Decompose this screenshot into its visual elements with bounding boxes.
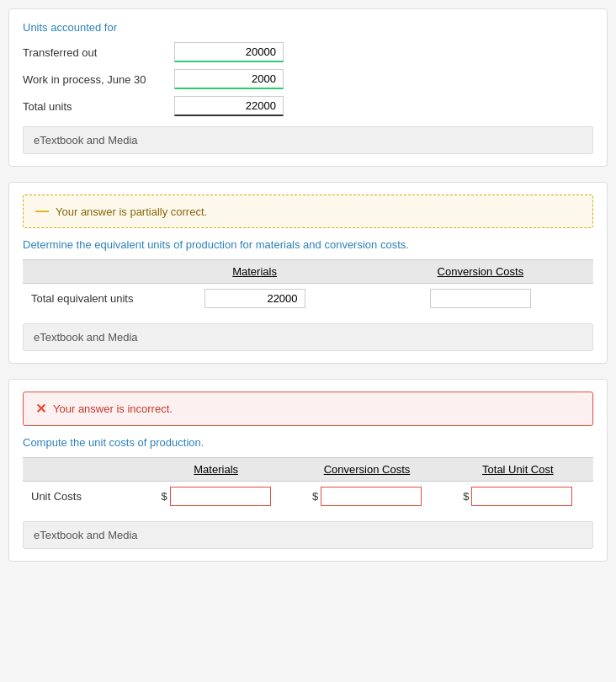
determine-text: Determine the equivalent units of produc…	[23, 238, 593, 251]
dollar-sign-conversion: $	[312, 490, 318, 503]
label-total-units: Total units	[23, 100, 174, 113]
dollar-sign-materials: $	[162, 490, 167, 503]
label-transferred-out: Transferred out	[23, 46, 174, 59]
input-materials-cost[interactable]	[170, 487, 271, 506]
th-empty-costs	[23, 458, 141, 482]
th-total-unit-cost: Total Unit Cost	[443, 458, 593, 482]
section-units-accounted: Units accounted for Transferred out Work…	[8, 8, 608, 167]
dollar-sign-total: $	[463, 490, 469, 503]
td-unit-costs-label: Unit Costs	[23, 482, 141, 512]
alert-partial: — Your answer is partially correct.	[23, 194, 593, 228]
td-equivalent-label: Total equivalent units	[23, 284, 141, 314]
alert-partial-text: Your answer is partially correct.	[56, 205, 207, 218]
etextbook-bar-1: eTextbook and Media	[23, 126, 593, 154]
input-total-units[interactable]	[174, 96, 284, 116]
unit-costs-table: Materials Conversion Costs Total Unit Co…	[23, 457, 593, 511]
th-materials: Materials	[141, 260, 367, 284]
alert-incorrect: ✕ Your answer is incorrect.	[23, 392, 593, 426]
th-conversion: Conversion Costs	[368, 260, 593, 284]
minus-icon: —	[35, 204, 49, 219]
input-conversion-cost[interactable]	[321, 487, 422, 506]
input-transferred-out[interactable]	[174, 42, 284, 62]
x-icon: ✕	[35, 401, 46, 417]
table-row-unit-costs: Unit Costs $ $ $	[23, 482, 593, 512]
section-equivalent-units: — Your answer is partially correct. Dete…	[8, 182, 608, 364]
alert-incorrect-text: Your answer is incorrect.	[53, 402, 173, 415]
label-wip-june30: Work in process, June 30	[23, 73, 174, 86]
td-total-cost: $	[443, 482, 593, 512]
equivalent-units-table: Materials Conversion Costs Total equival…	[23, 259, 593, 313]
th-materials-costs: Materials	[141, 458, 291, 482]
input-conversion-equiv[interactable]	[430, 289, 531, 308]
td-materials-cost: $	[141, 482, 291, 512]
compute-text: Compute the unit costs of production.	[23, 436, 593, 449]
etextbook-bar-2: eTextbook and Media	[23, 323, 593, 351]
td-materials-value	[141, 284, 367, 314]
td-conversion-value	[368, 284, 593, 314]
th-empty	[23, 260, 141, 284]
td-conversion-cost: $	[291, 482, 442, 512]
input-total-cost[interactable]	[471, 487, 572, 506]
section-unit-costs: ✕ Your answer is incorrect. Compute the …	[8, 379, 608, 562]
input-wip-june30[interactable]	[174, 69, 284, 89]
input-materials-equiv[interactable]	[204, 289, 305, 308]
section1-title: Units accounted for	[23, 21, 593, 34]
row-wip-june30: Work in process, June 30	[23, 69, 593, 89]
table-row-equivalent-units: Total equivalent units	[23, 284, 593, 314]
row-total-units: Total units	[23, 96, 593, 116]
th-conversion-costs: Conversion Costs	[291, 458, 442, 482]
row-transferred-out: Transferred out	[23, 42, 593, 62]
etextbook-bar-3: eTextbook and Media	[23, 521, 593, 549]
